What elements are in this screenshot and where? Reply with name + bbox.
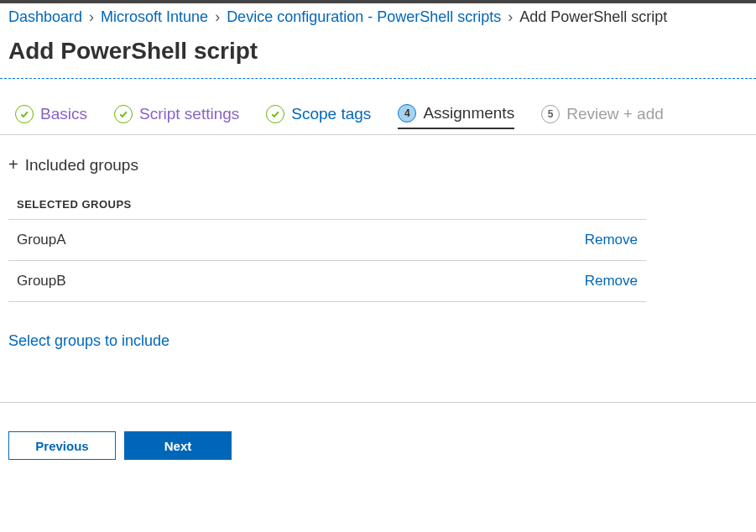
next-button[interactable]: Next xyxy=(124,431,232,460)
tab-label: Script settings xyxy=(139,105,239,123)
breadcrumb-dashboard[interactable]: Dashboard xyxy=(8,8,82,26)
selected-groups-table: GroupA Remove GroupB Remove xyxy=(8,219,646,302)
group-name: GroupA xyxy=(17,232,66,248)
footer-actions: Previous Next xyxy=(0,403,756,488)
chevron-right-icon: › xyxy=(215,8,220,26)
group-name: GroupB xyxy=(17,273,66,289)
content-area: + Included groups SELECTED GROUPS GroupA… xyxy=(0,135,756,350)
step-number-icon: 5 xyxy=(541,105,560,123)
chevron-right-icon: › xyxy=(508,8,513,26)
check-icon xyxy=(114,105,133,123)
breadcrumb: Dashboard › Microsoft Intune › Device co… xyxy=(0,3,756,34)
previous-button[interactable]: Previous xyxy=(8,431,116,460)
tab-assignments[interactable]: 4 Assignments xyxy=(398,104,514,129)
dashed-separator xyxy=(0,78,756,79)
table-row: GroupB Remove xyxy=(8,261,646,302)
tab-scope-tags[interactable]: Scope tags xyxy=(266,105,371,128)
step-number-icon: 4 xyxy=(398,104,416,123)
tab-review-add[interactable]: 5 Review + add xyxy=(541,105,664,128)
remove-button[interactable]: Remove xyxy=(585,232,638,248)
tab-label: Review + add xyxy=(566,105,664,123)
tab-basics[interactable]: Basics xyxy=(15,105,87,128)
plus-icon: + xyxy=(8,155,18,175)
check-icon xyxy=(15,105,34,123)
breadcrumb-current: Add PowerShell script xyxy=(519,8,667,26)
table-row: GroupA Remove xyxy=(8,220,646,261)
tab-script-settings[interactable]: Script settings xyxy=(114,105,239,128)
tab-label: Basics xyxy=(40,105,87,123)
breadcrumb-device-config[interactable]: Device configuration - PowerShell script… xyxy=(227,8,501,26)
tab-label: Assignments xyxy=(423,104,514,123)
included-groups-header[interactable]: + Included groups xyxy=(8,155,748,175)
chevron-right-icon: › xyxy=(89,8,94,26)
select-groups-link[interactable]: Select groups to include xyxy=(8,302,748,350)
check-icon xyxy=(266,105,284,123)
breadcrumb-intune[interactable]: Microsoft Intune xyxy=(101,8,208,26)
selected-groups-header: SELECTED GROUPS xyxy=(8,198,748,219)
remove-button[interactable]: Remove xyxy=(585,273,638,289)
wizard-tabs: Basics Script settings Scope tags 4 Assi… xyxy=(0,104,756,135)
tab-label: Scope tags xyxy=(291,105,371,123)
page-title: Add PowerShell script xyxy=(0,34,756,78)
included-groups-label: Included groups xyxy=(25,156,138,175)
